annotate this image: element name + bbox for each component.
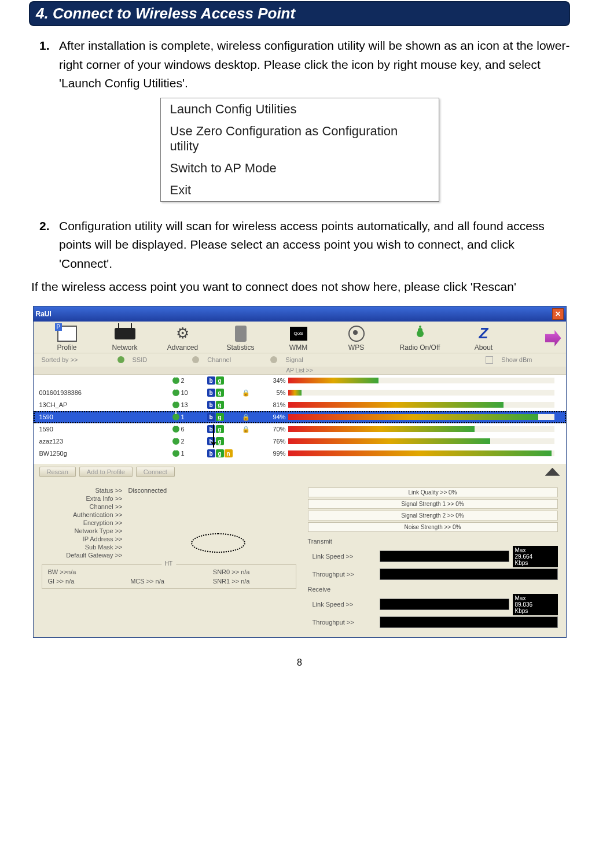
auth-label: Authentication >> bbox=[42, 511, 128, 518]
step-1: 1. After installation is complete, wirel… bbox=[39, 36, 570, 93]
ap-signal-pct: 34% bbox=[259, 377, 288, 384]
ap-row[interactable]: 2bg34% bbox=[34, 375, 566, 387]
tab-wmm-label: WMM bbox=[289, 343, 307, 352]
ap-row[interactable]: BW1250g1bgn99% bbox=[34, 448, 566, 460]
antenna-small-icon bbox=[172, 450, 179, 457]
receive-header: Receive bbox=[308, 586, 558, 593]
menu-switch-ap-mode[interactable]: Switch to AP Mode bbox=[161, 157, 439, 179]
add-profile-button[interactable]: Add to Profile bbox=[79, 467, 133, 477]
aplist-header: AP List >> bbox=[34, 367, 566, 375]
collapse-toggle[interactable] bbox=[545, 468, 560, 476]
ap-channel: 1 bbox=[172, 450, 207, 457]
ht-mcs: MCS >> n/a bbox=[130, 578, 207, 585]
link-quality-bar: Link Quality >> 0% bbox=[308, 487, 558, 497]
ap-ssid: BW1250g bbox=[34, 450, 172, 457]
ap-row[interactable]: 15906bg🔒70% bbox=[34, 423, 566, 435]
rx-linkspeed-label: Link Speed >> bbox=[308, 601, 376, 608]
show-dbm-checkbox[interactable] bbox=[486, 356, 493, 364]
rx-throughput-label: Throughput >> bbox=[308, 619, 376, 626]
ap-signal-bar bbox=[288, 438, 566, 444]
close-button[interactable]: ✕ bbox=[552, 308, 564, 320]
tab-wps-label: WPS bbox=[348, 343, 364, 352]
ap-channel: 6 bbox=[172, 426, 207, 433]
tab-about[interactable]: Z About bbox=[455, 325, 513, 352]
step-1-number: 1. bbox=[39, 36, 59, 93]
connect-button[interactable]: Connect bbox=[136, 467, 175, 477]
tab-radio-onoff[interactable]: Radio On/Off bbox=[385, 325, 455, 352]
tab-profile[interactable]: Profile bbox=[38, 325, 96, 352]
channel-label: Channel >> bbox=[42, 503, 128, 510]
raui-title: RaUI bbox=[36, 310, 52, 318]
raui-window: RaUI ✕ Profile Network ⚙ Advanced Statis… bbox=[33, 306, 567, 638]
tab-network-label: Network bbox=[112, 343, 137, 352]
tab-radio-label: Radio On/Off bbox=[400, 343, 440, 352]
antenna-small-icon bbox=[172, 401, 179, 408]
sort-signal-radio[interactable] bbox=[270, 356, 277, 363]
antenna-icon bbox=[417, 330, 424, 337]
sorted-by-label: Sorted by >> bbox=[42, 356, 78, 363]
rx-linkspeed-bar bbox=[380, 599, 509, 610]
ap-signal-pct: 70% bbox=[259, 426, 288, 433]
tab-wmm[interactable]: QoS WMM bbox=[270, 325, 328, 352]
ap-row[interactable]: 15901bg🔒94% bbox=[34, 411, 566, 423]
ap-channel: 2 bbox=[172, 377, 207, 384]
ap-channel: 10 bbox=[172, 389, 207, 396]
show-dbm-label: Show dBm bbox=[501, 356, 532, 363]
antenna-small-icon bbox=[172, 377, 179, 384]
ap-actions: Rescan Add to Profile Connect bbox=[34, 464, 566, 480]
step-1-body: After installation is complete, wireless… bbox=[59, 36, 570, 93]
sort-channel-label: Channel bbox=[207, 356, 231, 363]
ap-ssid: azaz123 bbox=[34, 438, 172, 445]
lock-icon: 🔒 bbox=[242, 426, 259, 433]
ap-list[interactable]: 2bg34%00160193838610bg🔒5%13CH_AP13bg81%1… bbox=[34, 375, 566, 464]
qos-icon: QoS bbox=[290, 327, 307, 341]
sort-signal-label: Signal bbox=[285, 356, 303, 363]
transmit-header: Transmit bbox=[308, 538, 558, 545]
sort-ssid-radio[interactable] bbox=[117, 356, 124, 363]
tab-statistics-label: Statistics bbox=[226, 343, 254, 352]
ap-signal-pct: 99% bbox=[259, 450, 288, 457]
ap-row[interactable]: azaz1232bg76% bbox=[34, 435, 566, 448]
wps-icon bbox=[348, 326, 365, 342]
tx-throughput-label: Throughput >> bbox=[308, 571, 376, 578]
sort-ssid-label: SSID bbox=[133, 356, 148, 363]
tab-network[interactable]: Network bbox=[96, 325, 154, 352]
tab-wps[interactable]: WPS bbox=[328, 325, 385, 352]
ap-signal-pct: 94% bbox=[259, 413, 288, 420]
ap-signal-bar bbox=[288, 426, 566, 432]
ap-signal-bar bbox=[288, 378, 566, 383]
ap-modes: bg bbox=[207, 376, 242, 385]
gateway-label: Default Gateway >> bbox=[42, 552, 128, 559]
annotation-arrow bbox=[213, 424, 214, 448]
tab-statistics[interactable]: Statistics bbox=[212, 325, 270, 352]
sort-channel-radio[interactable] bbox=[192, 356, 199, 363]
rescan-button[interactable]: Rescan bbox=[39, 467, 76, 477]
encryption-label: Encryption >> bbox=[42, 519, 128, 526]
ap-row[interactable]: 13CH_AP13bg81% bbox=[34, 399, 566, 411]
menu-use-zero-config[interactable]: Use Zero Configuration as Configuration … bbox=[161, 120, 439, 157]
ap-ssid: 1590 bbox=[34, 426, 172, 433]
ap-ssid: 001601938386 bbox=[34, 389, 172, 396]
menu-exit[interactable]: Exit bbox=[161, 179, 439, 201]
tab-advanced[interactable]: ⚙ Advanced bbox=[154, 325, 212, 352]
ht-bw: BW >>n/a bbox=[48, 568, 125, 575]
ht-snr1: SNR1 >> n/a bbox=[213, 578, 290, 585]
ap-channel: 13 bbox=[172, 401, 207, 408]
tx-linkspeed-bar bbox=[380, 551, 509, 562]
profile-icon bbox=[57, 326, 77, 342]
ap-modes: bg bbox=[207, 425, 242, 433]
ap-signal-pct: 76% bbox=[259, 438, 288, 445]
status-label: Status >> bbox=[42, 487, 128, 494]
extrainfo-label: Extra Info >> bbox=[42, 495, 128, 502]
lock-icon: 🔒 bbox=[242, 389, 259, 397]
about-icon: Z bbox=[479, 324, 488, 342]
menu-launch-config[interactable]: Launch Config Utilities bbox=[161, 98, 439, 120]
tray-context-menu: Launch Config Utilities Use Zero Configu… bbox=[160, 98, 439, 202]
ap-row[interactable]: 00160193838610bg🔒5% bbox=[34, 387, 566, 399]
antenna-small-icon bbox=[172, 413, 179, 420]
ht-group: BW >>n/a SNR0 >> n/a GI >> n/a MCS >> n/… bbox=[42, 564, 296, 589]
tx-max: Max 29.664 Kbps bbox=[513, 546, 558, 567]
tab-about-label: About bbox=[475, 343, 493, 352]
toolbar-next-arrow[interactable] bbox=[545, 330, 561, 346]
step-2-number: 2. bbox=[39, 217, 59, 274]
